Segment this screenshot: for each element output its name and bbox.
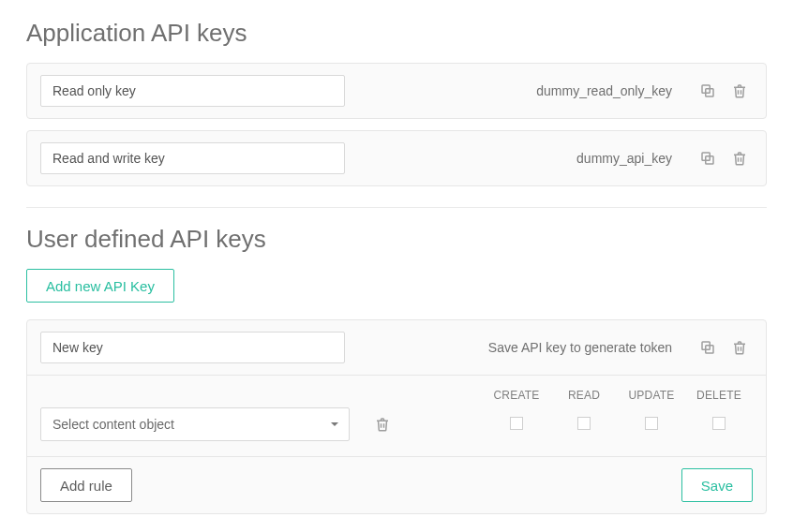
copy-icon[interactable]	[695, 78, 721, 104]
user-api-key-card: Save API key to generate token CREATE	[26, 319, 767, 514]
user-api-key-token-message: Save API key to generate token	[488, 340, 672, 355]
api-key-name-input[interactable]	[40, 75, 345, 107]
permission-update-checkbox[interactable]	[645, 417, 658, 430]
user-defined-api-keys-title: User defined API keys	[26, 225, 767, 254]
api-key-card: dummy_read_only_key	[26, 63, 767, 119]
permission-header-update: UPDATE	[618, 389, 685, 402]
save-button[interactable]: Save	[681, 468, 753, 502]
permission-delete-checkbox[interactable]	[712, 417, 726, 430]
api-key-card: dummy_api_key	[26, 130, 767, 186]
copy-icon[interactable]	[695, 145, 721, 171]
permission-row: Select content object	[27, 407, 766, 456]
api-key-token: dummy_api_key	[576, 151, 672, 166]
add-new-api-key-button[interactable]: Add new API Key	[26, 269, 174, 303]
api-key-name-input[interactable]	[40, 142, 345, 174]
permission-header-read: READ	[550, 389, 618, 402]
trash-icon[interactable]	[726, 334, 753, 361]
api-key-token: dummy_read_only_key	[536, 83, 672, 98]
permission-header-create: CREATE	[483, 389, 550, 402]
permissions-header: CREATE READ UPDATE DELETE	[27, 375, 766, 407]
permission-header-delete: DELETE	[685, 389, 753, 402]
trash-icon[interactable]	[726, 145, 753, 171]
user-api-key-name-input[interactable]	[40, 332, 345, 363]
section-divider	[26, 207, 767, 208]
trash-icon[interactable]	[726, 78, 753, 104]
content-object-select-placeholder: Select content object	[52, 417, 174, 432]
trash-icon[interactable]	[369, 411, 396, 437]
chevron-down-icon	[330, 417, 339, 432]
add-rule-button[interactable]: Add rule	[40, 468, 132, 502]
application-api-keys-title: Application API keys	[26, 19, 767, 48]
content-object-select[interactable]: Select content object	[40, 407, 350, 441]
permission-create-checkbox[interactable]	[510, 417, 523, 430]
copy-icon[interactable]	[695, 334, 721, 361]
permission-read-checkbox[interactable]	[577, 417, 591, 430]
